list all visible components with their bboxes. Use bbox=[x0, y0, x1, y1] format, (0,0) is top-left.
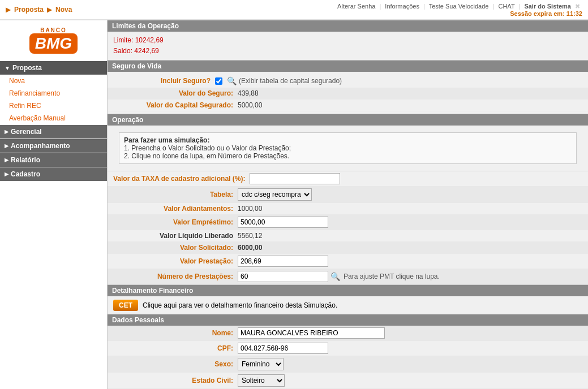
cpf-input[interactable] bbox=[238, 343, 328, 354]
detalhamento-body: CET Clique aqui para ver o detalhamento … bbox=[108, 296, 588, 314]
cpf-label: CPF: bbox=[113, 344, 238, 352]
liquido-label: Valor Líquido Liberado bbox=[113, 232, 238, 240]
sidebar-item-refin-rec[interactable]: Refin REC bbox=[0, 100, 107, 112]
sexo-select[interactable]: Feminino Masculino bbox=[238, 358, 284, 370]
nav-alterar-senha[interactable]: Alterar Senha bbox=[337, 3, 375, 10]
incluir-seguro-checkbox-area: 🔍 (Exibir tabela de capital segurado) bbox=[215, 76, 342, 85]
breadcrumb: ▶ Proposta ▶ Nova bbox=[6, 6, 72, 14]
liquido-value: 5560,12 bbox=[238, 232, 262, 240]
gerencial-arrow: ▶ bbox=[5, 129, 8, 135]
emprestimo-row: Valor Empréstimo: bbox=[108, 215, 588, 230]
solicitado-row: Valor Solicitado: 6000,00 bbox=[108, 242, 588, 254]
top-bar: ▶ Proposta ▶ Nova Alterar Senha | Inform… bbox=[0, 0, 588, 20]
adiantamentos-label: Valor Adiantamentos: bbox=[113, 205, 238, 213]
gerencial-label: Gerencial bbox=[11, 128, 42, 136]
sidebar-item-nova[interactable]: Nova bbox=[0, 75, 107, 87]
instrucoes-title: Para fazer uma simulação: bbox=[124, 136, 209, 144]
cadastro-label: Cadastro bbox=[11, 170, 40, 178]
sidebar-gerencial[interactable]: ▶ Gerencial bbox=[0, 125, 107, 139]
solicitado-label: Valor Solicitado: bbox=[113, 244, 238, 252]
logo-area: BANCO BMG bbox=[0, 20, 107, 61]
breadcrumb-arrow1: ▶ bbox=[6, 6, 11, 14]
seguro-lupa-icon[interactable]: 🔍 bbox=[227, 76, 237, 85]
top-bar-right: Alterar Senha | Informações | Teste Sua … bbox=[337, 3, 582, 17]
instrucao2: 2. Clique no ícone da lupa, em Número de… bbox=[124, 152, 289, 160]
valor-capital-value: 5000,00 bbox=[238, 101, 262, 109]
sidebar-relatorio[interactable]: ▶ Relatório bbox=[0, 153, 107, 167]
cet-button[interactable]: CET bbox=[113, 300, 138, 311]
acompanhamento-arrow: ▶ bbox=[5, 143, 8, 149]
sidebar-proposta-header[interactable]: ▼ Proposta bbox=[0, 61, 107, 75]
relatorio-arrow: ▶ bbox=[5, 157, 8, 163]
taxa-row: Valor da TAXA de cadastro adicional (%): bbox=[108, 171, 588, 187]
valor-capital-row: Valor do Capital Segurado: 5000,00 bbox=[108, 100, 588, 111]
valor-capital-label: Valor do Capital Segurado: bbox=[113, 101, 238, 109]
taxa-label: Valor da TAXA de cadastro adicional (%): bbox=[113, 175, 250, 183]
valor-seguro-label: Valor do Seguro: bbox=[113, 89, 238, 97]
sidebar-item-refinanciamento[interactable]: Refinanciamento bbox=[0, 87, 107, 100]
breadcrumb-label2[interactable]: Nova bbox=[55, 6, 72, 14]
nav-informacoes[interactable]: Informações bbox=[385, 3, 419, 10]
sidebar: BANCO BMG ▼ Proposta Nova Refinanciament… bbox=[0, 20, 108, 389]
instrucoes-box: Para fazer uma simulação: 1. Preencha o … bbox=[119, 132, 577, 164]
ajuste-pmt-text: Para ajuste PMT clique na lupa. bbox=[344, 273, 440, 280]
detalhamento-header: Detalhamento Financeiro bbox=[108, 285, 588, 296]
num-prestacoes-input[interactable] bbox=[238, 271, 328, 282]
sidebar-item-averbacao[interactable]: Averbação Manual bbox=[0, 112, 107, 124]
nav-sair[interactable]: Sair do Sistema bbox=[524, 3, 571, 10]
nav-teste-velocidade[interactable]: Teste Sua Velocidade bbox=[429, 3, 489, 10]
proposta-arrow: ▼ bbox=[5, 65, 10, 71]
emprestimo-input[interactable] bbox=[238, 217, 328, 228]
prestacao-label: Valor Prestação: bbox=[113, 257, 238, 265]
nome-label: Nome: bbox=[113, 329, 238, 337]
sexo-label: Sexo: bbox=[113, 360, 238, 368]
acompanhamento-label: Acompanhamento bbox=[11, 142, 70, 150]
liquido-row: Valor Líquido Liberado 5560,12 bbox=[108, 230, 588, 242]
emprestimo-label: Valor Empréstimo: bbox=[113, 218, 238, 226]
cadastro-arrow: ▶ bbox=[5, 171, 8, 177]
sidebar-acompanhamento[interactable]: ▶ Acompanhamento bbox=[0, 139, 107, 153]
adiantamentos-value: 1000,00 bbox=[238, 205, 262, 213]
valor-seguro-value: 439,88 bbox=[238, 89, 259, 97]
proposta-label: Proposta bbox=[12, 64, 42, 72]
incluir-seguro-checkbox[interactable] bbox=[215, 77, 222, 85]
seguro-header: Seguro de Vida bbox=[108, 60, 588, 72]
prestacao-row: Valor Prestação: bbox=[108, 254, 588, 269]
cpf-row: CPF: bbox=[108, 341, 588, 356]
main-layout: BANCO BMG ▼ Proposta Nova Refinanciament… bbox=[0, 20, 588, 389]
limites-body: Limite: 10242,69 Saldo: 4242,69 bbox=[108, 32, 588, 60]
tabela-select[interactable]: cdc c/seg recompra bbox=[238, 188, 312, 201]
valor-seguro-row: Valor do Seguro: 439,88 bbox=[108, 88, 588, 100]
breadcrumb-arrow2: ▶ bbox=[47, 6, 52, 14]
prestacao-input[interactable] bbox=[238, 256, 328, 267]
detalhamento-cet-text: Clique aqui para ver o detalhamento fina… bbox=[143, 301, 337, 309]
limite-text: Limite: 10242,69 bbox=[113, 35, 582, 46]
solicitado-value: 6000,00 bbox=[238, 244, 262, 252]
num-prestacoes-label: Número de Prestações: bbox=[113, 273, 238, 280]
sexo-row: Sexo: Feminino Masculino bbox=[108, 356, 588, 373]
saldo-text: Saldo: 4242,69 bbox=[113, 46, 582, 57]
taxa-input[interactable] bbox=[250, 173, 340, 184]
instrucao1: 1. Preencha o Valor Solicitado ou o Valo… bbox=[124, 144, 291, 152]
nome-input[interactable] bbox=[238, 327, 385, 339]
operacao-header: Operação bbox=[108, 114, 588, 126]
top-nav-links: Alterar Senha | Informações | Teste Sua … bbox=[337, 3, 582, 10]
tabela-label: Tabela: bbox=[113, 191, 238, 198]
sidebar-cadastro[interactable]: ▶ Cadastro bbox=[0, 167, 107, 181]
logo-bmg: BMG bbox=[29, 33, 78, 54]
incluir-seguro-row: Incluir Seguro? 🔍 (Exibir tabela de capi… bbox=[108, 74, 588, 88]
breadcrumb-label1[interactable]: Proposta bbox=[14, 6, 44, 14]
prestacoes-lupa-icon[interactable]: 🔍 bbox=[331, 272, 340, 281]
tabela-row: Tabela: cdc c/seg recompra bbox=[108, 187, 588, 203]
session-expire: Sessão expira em: 11:32 bbox=[510, 10, 582, 17]
estado-civil-row: Estado Civil: Solteiro Casado Divorciado… bbox=[108, 373, 588, 389]
nav-chat[interactable]: CHAT bbox=[498, 3, 514, 10]
nome-row: Nome: bbox=[108, 326, 588, 341]
main-content: Limites da Operação Limite: 10242,69 Sal… bbox=[108, 20, 588, 389]
relatorio-label: Relatório bbox=[11, 156, 40, 164]
limites-header: Limites da Operação bbox=[108, 20, 588, 32]
estado-civil-select[interactable]: Solteiro Casado Divorciado Viúvo bbox=[238, 374, 285, 387]
exibir-tabela-text: (Exibir tabela de capital segurado) bbox=[239, 77, 342, 85]
num-prestacoes-row: Número de Prestações: 🔍 Para ajuste PMT … bbox=[108, 269, 588, 284]
incluir-seguro-label: Incluir Seguro? bbox=[113, 77, 215, 85]
